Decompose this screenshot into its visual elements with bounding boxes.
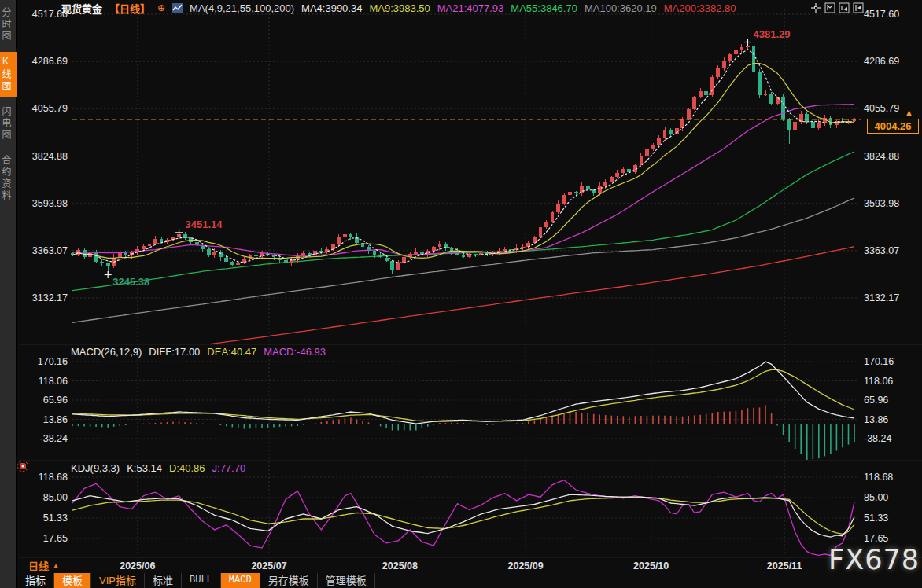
add-indicator-icon[interactable]: ⊕ bbox=[157, 2, 165, 13]
svg-text:3824.88: 3824.88 bbox=[32, 151, 68, 162]
svg-text:3132.17: 3132.17 bbox=[864, 292, 899, 303]
svg-text:3593.98: 3593.98 bbox=[864, 198, 899, 209]
chart-canvas[interactable]: 4381.293451.143245.384517.604517.604286.… bbox=[0, 0, 922, 574]
y-axis-right-icon[interactable] bbox=[839, 2, 850, 13]
candles bbox=[71, 42, 857, 275]
svg-text:4055.79: 4055.79 bbox=[864, 103, 899, 114]
svg-text:-38.24: -38.24 bbox=[864, 433, 891, 444]
month-labels: 2025/062025/072025/082025/092025/102025/… bbox=[120, 560, 802, 571]
macd-indicator-header: MACD(26,12,9) DIFF:17.00 DEA:40.47 MACD:… bbox=[71, 346, 326, 358]
ma9-value: MA9:3983.50 bbox=[369, 2, 430, 14]
kdj-indicator-header: KDJ(9,3,3) K:53.14 D:40.86 J:77.70 bbox=[71, 462, 245, 474]
toolbar-manage-templates-button[interactable]: 管理模板 bbox=[318, 573, 375, 588]
sidebar-tab-kline-chart[interactable]: K线图 bbox=[0, 52, 17, 97]
svg-text:118.68: 118.68 bbox=[864, 472, 893, 483]
svg-text:51.33: 51.33 bbox=[864, 513, 888, 524]
svg-text:3451.14: 3451.14 bbox=[186, 219, 223, 230]
svg-text:65.96: 65.96 bbox=[43, 395, 68, 406]
svg-text:4517.60: 4517.60 bbox=[864, 9, 899, 20]
watermark: FX678 bbox=[828, 544, 920, 575]
sidebar-tab-contract-info[interactable]: 合约资料 bbox=[0, 151, 17, 206]
chart-tool-icons bbox=[810, 2, 864, 13]
svg-text:-38.24: -38.24 bbox=[40, 433, 68, 444]
svg-text:2025/09: 2025/09 bbox=[508, 560, 544, 571]
toolbar-vip-indicators-button[interactable]: VIP指标 bbox=[91, 573, 145, 588]
chart-header: 现货黄金 【日线】 ⊕ MA(4,9,21,55,100,200) MA4:39… bbox=[61, 2, 736, 14]
crosshair-icon[interactable] bbox=[810, 2, 821, 13]
y-axis-left-icon[interactable] bbox=[824, 2, 835, 13]
svg-text:13.86: 13.86 bbox=[43, 414, 68, 425]
kline-style-icon[interactable] bbox=[172, 3, 183, 13]
sidebar: 分时图 K线图 闪电图 合约资料 bbox=[0, 0, 17, 588]
svg-text:4381.29: 4381.29 bbox=[754, 28, 791, 40]
svg-text:3593.98: 3593.98 bbox=[32, 198, 68, 209]
svg-text:17.65: 17.65 bbox=[864, 533, 888, 544]
svg-text:2025/10: 2025/10 bbox=[633, 560, 669, 571]
svg-text:85.00: 85.00 bbox=[43, 492, 68, 503]
macd-panel bbox=[72, 362, 854, 460]
gridlines bbox=[19, 9, 922, 557]
svg-text:2025/11: 2025/11 bbox=[767, 560, 802, 571]
alert-beacon-icon[interactable] bbox=[20, 463, 26, 469]
toolbar-standard-button[interactable]: 标准 bbox=[145, 573, 182, 588]
period-selector-label: 日线 bbox=[28, 558, 49, 573]
kdj-j-value: J:77.70 bbox=[212, 462, 246, 474]
sidebar-tab-time-chart[interactable]: 分时图 bbox=[0, 3, 17, 46]
period-selector[interactable]: 日线 ▲ bbox=[28, 558, 60, 573]
current-price-box: 4004.26 bbox=[867, 119, 919, 134]
svg-text:118.06: 118.06 bbox=[864, 376, 893, 387]
svg-text:2025/07: 2025/07 bbox=[251, 560, 286, 571]
ma-lines-under bbox=[72, 152, 854, 347]
symbol-name: 现货黄金 bbox=[61, 1, 102, 16]
svg-text:3363.07: 3363.07 bbox=[32, 245, 68, 256]
svg-text:65.96: 65.96 bbox=[864, 395, 888, 406]
svg-text:2025/08: 2025/08 bbox=[382, 560, 418, 571]
svg-text:3824.88: 3824.88 bbox=[864, 151, 899, 162]
period-tag[interactable]: 【日线】 bbox=[109, 1, 150, 16]
toolbar-save-template-button[interactable]: 另存模板 bbox=[260, 573, 318, 588]
svg-text:170.16: 170.16 bbox=[38, 356, 68, 367]
ma200-value: MA200:3382.80 bbox=[664, 2, 736, 14]
toolbar-bull-template-button[interactable]: BULL bbox=[182, 573, 221, 588]
svg-text:85.00: 85.00 bbox=[864, 492, 888, 503]
macd-params: MACD(26,12,9) bbox=[71, 346, 142, 358]
bottom-toolbar: 指标 模板 VIP指标 标准 BULL MACD 另存模板 管理模板 bbox=[17, 573, 375, 588]
caret-up-icon: ▲ bbox=[52, 561, 60, 570]
toolbar-templates-button[interactable]: 模板 bbox=[54, 573, 91, 588]
svg-text:4286.69: 4286.69 bbox=[32, 56, 68, 67]
macd-dea-value: DEA:40.47 bbox=[207, 346, 256, 358]
kdj-params: KDJ(9,3,3) bbox=[71, 462, 120, 474]
svg-text:3245.38: 3245.38 bbox=[112, 276, 149, 288]
toolbar-macd-template-button[interactable]: MACD bbox=[221, 573, 260, 588]
kdj-k-value: K:53.14 bbox=[127, 462, 162, 474]
ma21-value: MA21:4077.93 bbox=[437, 2, 504, 14]
price-pointer-icon: ▲ bbox=[905, 108, 913, 117]
toolbar-indicators-button[interactable]: 指标 bbox=[17, 573, 54, 588]
svg-text:17.65: 17.65 bbox=[43, 533, 68, 544]
svg-text:13.86: 13.86 bbox=[864, 414, 888, 425]
svg-text:118.06: 118.06 bbox=[39, 376, 68, 387]
ma4-value: MA4:3990.34 bbox=[301, 2, 362, 14]
svg-text:118.68: 118.68 bbox=[39, 472, 68, 483]
svg-text:4055.79: 4055.79 bbox=[32, 103, 68, 114]
svg-text:51.33: 51.33 bbox=[43, 513, 68, 524]
ma100-value: MA100:3620.19 bbox=[585, 2, 657, 14]
svg-text:4286.69: 4286.69 bbox=[864, 56, 899, 67]
price-annotations: 4381.293451.143245.38 bbox=[105, 28, 791, 288]
svg-text:3132.17: 3132.17 bbox=[32, 292, 68, 303]
kdj-d-value: D:40.86 bbox=[169, 462, 205, 474]
macd-diff-value: DIFF:17.00 bbox=[149, 346, 200, 358]
collapse-panel-icon[interactable] bbox=[853, 2, 864, 13]
svg-text:2025/06: 2025/06 bbox=[120, 560, 155, 571]
sidebar-tab-flash-chart[interactable]: 闪电图 bbox=[0, 102, 17, 145]
svg-text:170.16: 170.16 bbox=[864, 356, 894, 367]
ma55-value: MA55:3846.70 bbox=[511, 2, 577, 14]
ma-group-label: MA(4,9,21,55,100,200) bbox=[190, 2, 294, 14]
svg-text:3363.07: 3363.07 bbox=[864, 245, 899, 256]
macd-hist-value: MACD:-46.93 bbox=[264, 346, 326, 358]
